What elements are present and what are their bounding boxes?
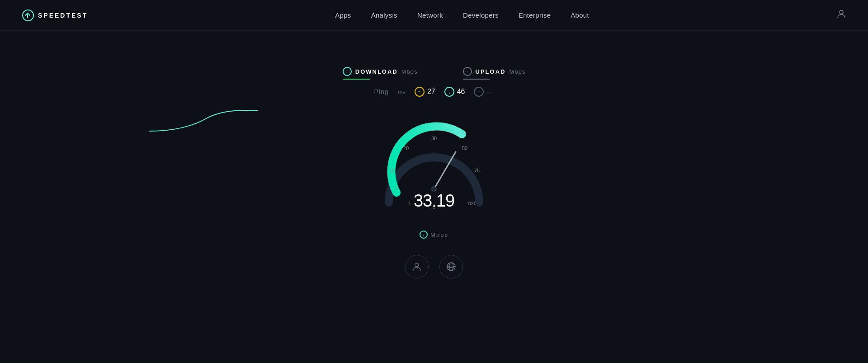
- logo[interactable]: SPEEDTEST: [22, 9, 88, 22]
- download-icon: ↓: [343, 67, 352, 76]
- nav-enterprise[interactable]: Enterprise: [519, 11, 551, 19]
- svg-text:100: 100: [467, 201, 475, 206]
- main-content: ↓ DOWNLOAD Mbps ↑ UPLOAD Mbps Ping ms ~ …: [0, 31, 868, 278]
- download-underline: [343, 79, 370, 80]
- user-button[interactable]: [405, 255, 429, 278]
- upload-unit: Mbps: [509, 68, 525, 75]
- svg-text:75: 75: [474, 168, 480, 173]
- svg-text:50: 50: [462, 146, 467, 151]
- svg-point-12: [432, 187, 436, 191]
- svg-text:1: 1: [408, 201, 411, 206]
- gauge-mbps-label: Mbps: [430, 231, 448, 238]
- upload-underline: [463, 79, 490, 80]
- nav-links: Apps Analysis Network Developers Enterpr…: [335, 11, 589, 19]
- user-icon[interactable]: [836, 9, 846, 21]
- globe-icon: [446, 262, 456, 272]
- speed-value: 33.19: [414, 191, 454, 211]
- svg-point-1: [840, 10, 843, 14]
- nav-apps[interactable]: Apps: [335, 11, 351, 19]
- action-row: [405, 255, 463, 278]
- ping-label: Ping: [374, 88, 389, 95]
- ping-dl-icon: ↓: [444, 87, 454, 97]
- svg-text:5: 5: [396, 185, 398, 191]
- upload-name: UPLOAD: [476, 68, 506, 75]
- ping-ms-unit: ms: [398, 89, 406, 95]
- svg-text:20: 20: [403, 146, 409, 151]
- logo-icon: [22, 9, 34, 22]
- ping-download: ↓ 46: [444, 87, 465, 97]
- upload-icon: ↑: [463, 67, 472, 76]
- upload-label: ↑ UPLOAD Mbps: [463, 67, 526, 80]
- svg-text:10: 10: [389, 168, 395, 173]
- speed-labels: ↓ DOWNLOAD Mbps ↑ UPLOAD Mbps: [343, 67, 525, 80]
- gauge-dl-icon: ↓: [420, 231, 428, 239]
- navbar: SPEEDTEST Apps Analysis Network Develope…: [0, 0, 868, 31]
- gauge-mbps-row: ↓ Mbps: [420, 231, 448, 239]
- nav-developers[interactable]: Developers: [463, 11, 499, 19]
- logo-text: SPEEDTEST: [38, 12, 88, 19]
- download-unit: Mbps: [401, 68, 418, 75]
- svg-point-13: [415, 263, 419, 267]
- ping-download-value: 46: [457, 88, 465, 96]
- ping-jitter: ~ 27: [415, 87, 435, 97]
- svg-point-15: [449, 263, 453, 271]
- nav-network[interactable]: Network: [417, 11, 443, 19]
- jitter-icon: ~: [415, 87, 425, 97]
- ping-jitter-value: 27: [427, 88, 435, 96]
- svg-text:30: 30: [431, 136, 437, 141]
- globe-button[interactable]: [439, 255, 463, 278]
- ping-ul-icon: ↑: [474, 87, 484, 97]
- download-name: DOWNLOAD: [355, 68, 398, 75]
- nav-analysis[interactable]: Analysis: [371, 11, 397, 19]
- nav-about[interactable]: About: [571, 11, 589, 19]
- download-label: ↓ DOWNLOAD Mbps: [343, 67, 418, 80]
- speedometer: 0 1 5 10 20 30 50 75 100 33.19: [375, 108, 493, 225]
- ping-upload-value: —: [486, 88, 494, 96]
- person-icon: [412, 262, 422, 272]
- ping-upload: ↑ —: [474, 87, 494, 97]
- ping-row: Ping ms ~ 27 ↓ 46 ↑ —: [374, 87, 494, 97]
